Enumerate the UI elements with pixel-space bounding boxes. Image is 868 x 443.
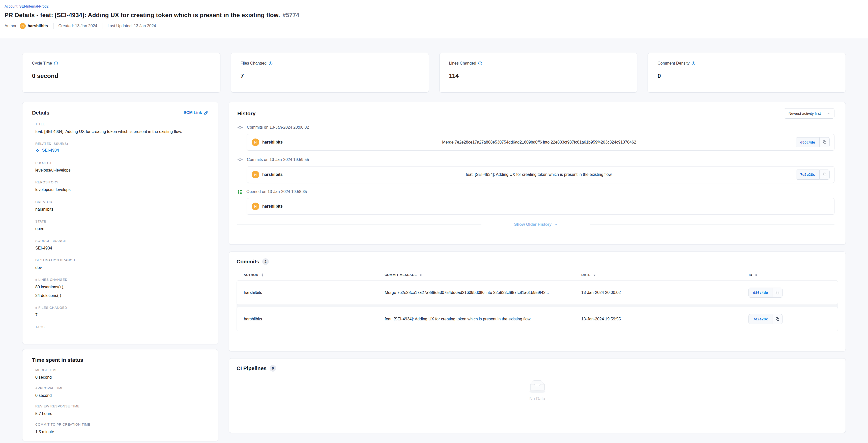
metric-value: 0 <box>657 72 838 80</box>
account-link[interactable]: Account: SEI-Internal-Prod2 <box>4 4 49 8</box>
sort-dropdown-value: Newest activity first <box>788 111 821 116</box>
copy-icon[interactable] <box>772 314 782 324</box>
pr-author: harshilbits <box>262 204 283 209</box>
metric-card-cycle-time: Cycle Time 0 second <box>22 53 220 93</box>
metric-card-files-changed: Files Changed 7 <box>231 53 429 93</box>
field-label: REVIEW RESPONSE TIME <box>35 405 208 408</box>
column-header-commit-message[interactable]: COMMIT MESSAGE <box>384 273 581 277</box>
scm-link[interactable]: SCM Link <box>184 111 208 115</box>
page-header: Account: SEI-Internal-Prod2 PR Details -… <box>0 0 868 38</box>
info-icon[interactable] <box>269 61 273 65</box>
field-value: levelops/ui-levelops <box>35 167 208 173</box>
commit-hash-badge[interactable]: d86c4de <box>748 288 772 298</box>
page-title: PR Details - feat: [SEI-4934]: Adding UX… <box>4 11 280 19</box>
details-panel: Details SCM Link TITLE feat: [SEI-4934]:… <box>22 102 218 344</box>
field-label: DESTINATION BRANCH <box>35 258 208 262</box>
metric-value: 114 <box>449 72 630 80</box>
divider <box>102 23 102 29</box>
field-label: REPOSITORY <box>35 180 208 184</box>
field-label: TAGS <box>35 325 208 329</box>
sort-icon <box>261 273 264 277</box>
field-label: COMMIT TO PR CREATION TIME <box>35 422 208 426</box>
field-project: PROJECT levelops/ui-levelops <box>35 161 208 173</box>
field-label: # LINES CHANGED <box>35 278 208 282</box>
field-lines-changed: # LINES CHANGED 80 insertions(+), 34 del… <box>35 278 208 298</box>
field-commit-to-pr-time: COMMIT TO PR CREATION TIME 1.3 minute <box>35 422 208 435</box>
column-header-date[interactable]: DATE <box>581 273 749 277</box>
info-icon[interactable] <box>691 61 695 65</box>
field-value: 7 <box>35 312 208 318</box>
field-value: levelops/ui-levelops <box>35 187 208 193</box>
avatar: H <box>252 171 259 178</box>
field-label: MERGE TIME <box>35 368 208 372</box>
pr-details-page: Account: SEI-Internal-Prod2 PR Details -… <box>0 0 868 443</box>
field-destination-branch: DESTINATION BRANCH dev <box>35 258 208 270</box>
time-spent-panel: Time spent in status MERGE TIME 0 second… <box>22 349 218 441</box>
commits-heading: Commits <box>237 259 259 265</box>
commit-hash-badge[interactable]: 7e2e28c <box>796 170 819 180</box>
author-avatar: H <box>20 23 26 29</box>
avatar: H <box>252 203 259 210</box>
history-event: Commits on 13-Jan-2024 19:59:55 H harshi… <box>237 157 834 183</box>
history-panel: History Newest activity first <box>229 102 846 245</box>
commit-author: harshilbits <box>262 172 283 177</box>
commit-card: H harshilbits Merge 7e2e28ce17a27a888e53… <box>247 134 834 151</box>
column-label: COMMIT MESSAGE <box>384 273 417 277</box>
metric-card-comment-density: Comment Density 0 <box>648 53 846 93</box>
field-source-branch: SOURCE BRANCH SEI-4934 <box>35 239 208 251</box>
field-label: APPROVAL TIME <box>35 386 208 390</box>
info-icon[interactable] <box>478 61 482 65</box>
field-value: dev <box>35 265 208 270</box>
copy-icon[interactable] <box>772 288 782 298</box>
time-spent-heading: Time spent in status <box>32 357 208 363</box>
field-value: harshilbits <box>35 206 208 212</box>
divider <box>590 225 834 225</box>
commits-table-header: AUTHOR COMMIT MESSAGE DATE <box>237 273 838 277</box>
commit-author: harshilbits <box>262 140 283 145</box>
history-sort-dropdown[interactable]: Newest activity first <box>784 108 834 119</box>
cell-author: harshilbits <box>244 290 384 295</box>
field-review-response-time: REVIEW RESPONSE TIME 5.7 hours <box>35 405 208 416</box>
metric-cards-row: Cycle Time 0 second Files Changed 7 <box>22 53 846 93</box>
show-older-history-link[interactable]: Show Older History <box>514 222 558 227</box>
field-related-issues: RELATED ISSUE(S) SEI-4934 <box>35 142 208 154</box>
pr-number: #5774 <box>282 11 299 19</box>
sort-desc-icon <box>593 274 596 276</box>
table-row: harshilbits Merge 7e2e28ce17a27a888e5307… <box>237 280 838 305</box>
related-issue-key: SEI-4934 <box>42 148 59 153</box>
column-header-author[interactable]: AUTHOR <box>244 273 384 277</box>
show-older-row: Show Older History <box>237 222 834 227</box>
history-heading: History <box>237 111 255 117</box>
field-value: 0 second <box>35 374 208 380</box>
field-label: TITLE <box>35 122 208 126</box>
commit-hash-badge[interactable]: 7e2e28c <box>748 314 772 324</box>
event-title-text: Opened on 13-Jan-2024 19:58:35 <box>246 189 307 194</box>
empty-box-icon <box>526 378 549 393</box>
commit-card: H harshilbits feat: [SEI-4934]: Adding U… <box>247 166 834 183</box>
author-name: harshilbits <box>28 24 48 28</box>
commit-hash-badge[interactable]: d86c4de <box>796 137 819 147</box>
cell-commit-message: Merge 7e2e28ce17a27a888e530754dd6ad21609… <box>384 290 581 295</box>
commit-message: Merge 7e2e28ce17a27a888e530754dd6ad21609… <box>283 140 796 145</box>
metric-value: 0 second <box>32 72 213 80</box>
info-icon[interactable] <box>54 61 58 65</box>
details-heading: Details <box>32 110 50 116</box>
git-commit-icon <box>237 125 243 130</box>
title-row: PR Details - feat: [SEI-4934]: Adding UX… <box>4 11 861 19</box>
column-header-id[interactable]: ID <box>749 273 831 277</box>
field-label: STATE <box>35 219 208 223</box>
field-value: SEI-4934 <box>35 245 208 251</box>
copy-icon[interactable] <box>819 137 830 147</box>
cell-date: 13-Jan-2024 20:00:02 <box>581 290 748 295</box>
field-repository: REPOSITORY levelops/ui-levelops <box>35 180 208 193</box>
field-value: 0 second <box>35 392 208 398</box>
event-title-text: Commits on 13-Jan-2024 20:00:02 <box>247 125 309 130</box>
scm-link-label: SCM Link <box>184 111 202 115</box>
cell-author: harshilbits <box>244 317 384 321</box>
copy-icon[interactable] <box>819 170 830 180</box>
metric-label: Files Changed <box>241 61 267 66</box>
metric-value: 7 <box>241 72 421 80</box>
column-label: ID <box>749 273 752 277</box>
related-issue-link[interactable]: SEI-4934 <box>35 148 59 153</box>
field-value: 5.7 hours <box>35 411 208 416</box>
